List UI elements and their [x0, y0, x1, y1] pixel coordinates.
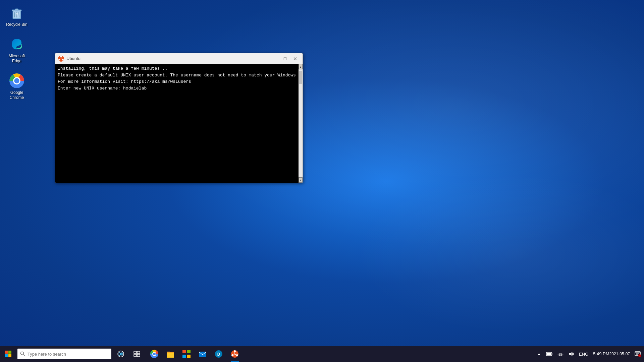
- svg-point-23: [120, 353, 122, 355]
- taskbar-search-bar[interactable]: [17, 349, 111, 359]
- minimize-button[interactable]: —: [270, 55, 280, 62]
- svg-point-30: [153, 353, 156, 355]
- svg-rect-46: [547, 353, 551, 355]
- taskbar-mail[interactable]: [195, 346, 211, 362]
- taskbar-ubuntu[interactable]: [227, 346, 243, 362]
- svg-rect-26: [134, 354, 137, 357]
- tray-battery[interactable]: [544, 346, 555, 362]
- microsoft-edge-icon[interactable]: Microsoft Edge: [3, 35, 30, 65]
- svg-point-13: [62, 59, 64, 60]
- maximize-button[interactable]: □: [280, 55, 290, 62]
- terminal-line-0: Installing, this may take a few minutes.…: [58, 65, 296, 72]
- svg-text:D: D: [217, 352, 220, 357]
- tray-arrow[interactable]: [535, 346, 543, 362]
- terminal-titlebar: Ubuntu — □ ✕: [55, 53, 303, 64]
- svg-point-19: [21, 352, 24, 355]
- svg-rect-24: [134, 351, 137, 354]
- tray-notification[interactable]: !: [633, 346, 643, 362]
- terminal-title: Ubuntu: [66, 56, 270, 61]
- language-label: ENG: [579, 352, 588, 357]
- svg-rect-33: [187, 350, 191, 353]
- clock-date: 2021-05-07: [609, 351, 630, 357]
- svg-text:♻: ♻: [15, 12, 18, 16]
- taskbar-dell[interactable]: D: [211, 346, 227, 362]
- task-view-button[interactable]: [129, 346, 145, 362]
- svg-rect-3: [15, 9, 18, 10]
- cortana-button[interactable]: [113, 346, 129, 362]
- svg-rect-17: [5, 354, 8, 357]
- clock-time: 5:49 PM: [593, 351, 609, 357]
- svg-point-40: [234, 350, 236, 352]
- ubuntu-title-icon: [58, 55, 64, 62]
- search-input[interactable]: [28, 352, 109, 357]
- titlebar-buttons: — □ ✕: [270, 55, 300, 62]
- google-chrome-label: Google Chrome: [5, 90, 29, 100]
- microsoft-edge-label: Microsoft Edge: [5, 54, 29, 63]
- tray-clock[interactable]: 5:49 PM 2021-05-07: [591, 346, 632, 362]
- svg-rect-27: [137, 354, 140, 357]
- recycle-bin-label: Recycle Bin: [6, 22, 27, 27]
- terminal-window: Ubuntu — □ ✕ Installing, this may take a…: [55, 53, 303, 183]
- taskbar-pinned-items: D: [146, 346, 243, 362]
- svg-point-12: [60, 56, 62, 57]
- svg-point-10: [14, 78, 19, 83]
- scroll-thumb[interactable]: [299, 71, 302, 84]
- svg-rect-32: [182, 350, 186, 353]
- desktop-icons: ♻ Recycle Bin: [3, 3, 30, 101]
- scroll-track[interactable]: [299, 69, 303, 177]
- svg-point-42: [231, 354, 233, 356]
- search-icon: [20, 351, 25, 357]
- svg-rect-31: [167, 352, 174, 358]
- recycle-bin-icon[interactable]: ♻ Recycle Bin: [3, 3, 30, 28]
- cortana-icon: [117, 350, 124, 358]
- terminal-line-3: Enter new UNIX username: hodaielab: [58, 85, 296, 92]
- svg-rect-16: [8, 351, 11, 354]
- svg-line-6: [19, 12, 19, 17]
- terminal-body[interactable]: Installing, this may take a few minutes.…: [55, 64, 303, 183]
- svg-line-20: [23, 355, 25, 356]
- svg-rect-18: [8, 354, 11, 357]
- svg-point-14: [58, 59, 60, 60]
- system-tray: ENG 5:49 PM 2021-05-07 !: [535, 346, 644, 362]
- taskbar-store[interactable]: [178, 346, 195, 362]
- terminal-line-2: For more information visit: https://aka.…: [58, 78, 296, 85]
- svg-rect-35: [187, 355, 191, 358]
- close-button[interactable]: ✕: [290, 55, 300, 62]
- google-chrome-icon[interactable]: Google Chrome: [3, 71, 30, 101]
- tray-network[interactable]: [555, 346, 566, 362]
- svg-rect-36: [199, 352, 206, 357]
- terminal-content[interactable]: Installing, this may take a few minutes.…: [55, 64, 299, 183]
- taskbar-chrome[interactable]: [146, 346, 162, 362]
- taskbar-file-explorer[interactable]: [162, 346, 178, 362]
- start-button[interactable]: [0, 346, 16, 362]
- svg-point-47: [560, 356, 561, 357]
- task-view-icon: [133, 350, 141, 358]
- svg-rect-45: [552, 353, 552, 355]
- svg-line-4: [14, 12, 15, 17]
- taskbar: D: [0, 346, 644, 362]
- svg-rect-25: [137, 351, 140, 354]
- terminal-scrollbar[interactable]: ▴ ▾: [299, 64, 303, 183]
- scroll-down-arrow[interactable]: ▾: [299, 177, 303, 183]
- tray-volume[interactable]: [566, 346, 576, 362]
- desktop: ♻ Recycle Bin: [0, 0, 644, 362]
- svg-rect-15: [5, 351, 8, 354]
- tray-language[interactable]: ENG: [577, 346, 590, 362]
- terminal-line-1: Please create a default UNIX user accoun…: [58, 72, 296, 79]
- svg-marker-43: [538, 353, 540, 355]
- svg-rect-34: [182, 355, 186, 358]
- svg-point-41: [236, 354, 238, 356]
- scroll-up-arrow[interactable]: ▴: [299, 64, 303, 69]
